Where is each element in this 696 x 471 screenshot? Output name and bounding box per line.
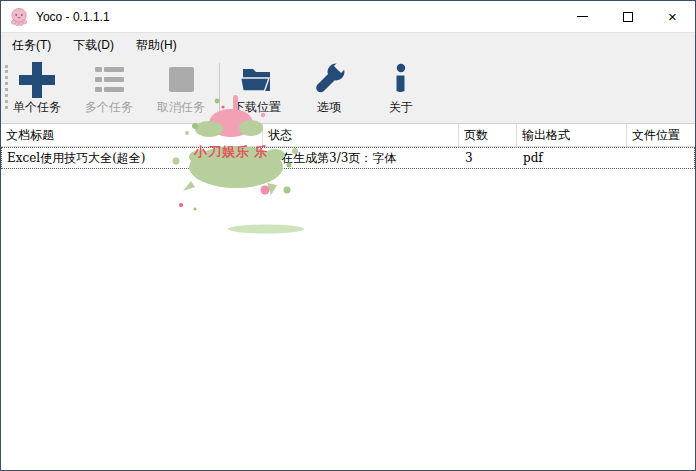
toolbar-button-download-location[interactable]: 下载位置 — [221, 62, 293, 116]
wrench-icon — [312, 62, 346, 98]
minimize-button[interactable] — [560, 1, 605, 32]
toolbar-button-options[interactable]: 选项 — [293, 62, 365, 116]
column-header-label: 状态 — [268, 127, 292, 144]
toolbar-button-label: 单个任务 — [13, 99, 61, 116]
toolbar-button-label: 取消任务 — [157, 99, 205, 116]
toolbar-button-label: 多个任务 — [85, 99, 133, 116]
menu-download-label: 下载(D) — [73, 37, 114, 54]
info-icon — [384, 62, 418, 98]
maximize-icon — [623, 12, 633, 22]
title-bar[interactable]: Yoco - 0.1.1.1 × — [1, 1, 695, 32]
menu-task[interactable]: 任务(T) — [1, 33, 62, 57]
toolbar-button-cancel-task[interactable]: 取消任务 — [145, 62, 217, 116]
menu-help[interactable]: 帮助(H) — [125, 33, 188, 57]
toolbar-gripper[interactable] — [5, 65, 8, 109]
menu-task-label: 任务(T) — [12, 37, 51, 54]
toolbar: 单个任务 多个任务 取消任务 — [1, 57, 695, 124]
toolbar-button-label: 下载位置 — [233, 99, 281, 116]
app-window: Yoco - 0.1.1.1 × 任务(T) 下载(D) 帮助(H) — [0, 0, 696, 471]
column-header-label: 页数 — [464, 127, 488, 144]
window-title: Yoco - 0.1.1.1 — [36, 10, 110, 24]
stop-icon — [164, 62, 198, 98]
app-icon-octopus — [9, 7, 29, 27]
toolbar-button-multi-task[interactable]: 多个任务 — [73, 62, 145, 116]
task-list-icon — [92, 62, 126, 98]
column-header-pages[interactable]: 页数 — [459, 124, 517, 146]
menu-help-label: 帮助(H) — [136, 37, 177, 54]
window-controls: × — [560, 1, 695, 32]
close-icon: × — [668, 9, 677, 24]
toolbar-button-about[interactable]: 关于 — [365, 62, 437, 116]
toolbar-button-label: 选项 — [317, 99, 341, 116]
table-header: 文档标题 状态 页数 输出格式 文件位置 — [1, 124, 695, 147]
cell-status: 正在生成第3/3页：字体 — [264, 150, 460, 167]
column-header-label: 文件位置 — [632, 127, 680, 144]
cell-doc-title: Excel使用技巧大全(超全) — [2, 150, 264, 167]
column-header-label: 文档标题 — [6, 127, 54, 144]
cell-format: pdf — [518, 151, 628, 165]
maximize-button[interactable] — [605, 1, 650, 32]
cell-pages: 3 — [460, 151, 518, 165]
minimize-icon — [577, 16, 588, 17]
column-header-doc-title[interactable]: 文档标题 — [1, 124, 263, 146]
column-header-label: 输出格式 — [522, 127, 570, 144]
toolbar-button-label: 关于 — [389, 99, 413, 116]
column-header-status[interactable]: 状态 — [263, 124, 459, 146]
table-row[interactable]: Excel使用技巧大全(超全) 正在生成第3/3页：字体 3 pdf — [1, 147, 695, 169]
menu-bar: 任务(T) 下载(D) 帮助(H) — [1, 32, 695, 57]
toolbar-separator — [219, 63, 220, 114]
column-header-format[interactable]: 输出格式 — [517, 124, 627, 146]
menu-download[interactable]: 下载(D) — [62, 33, 125, 57]
column-header-location[interactable]: 文件位置 — [627, 124, 695, 146]
plus-icon — [19, 62, 55, 98]
open-folder-icon — [239, 62, 275, 98]
toolbar-button-single-task[interactable]: 单个任务 — [1, 62, 73, 116]
close-button[interactable]: × — [650, 1, 695, 32]
